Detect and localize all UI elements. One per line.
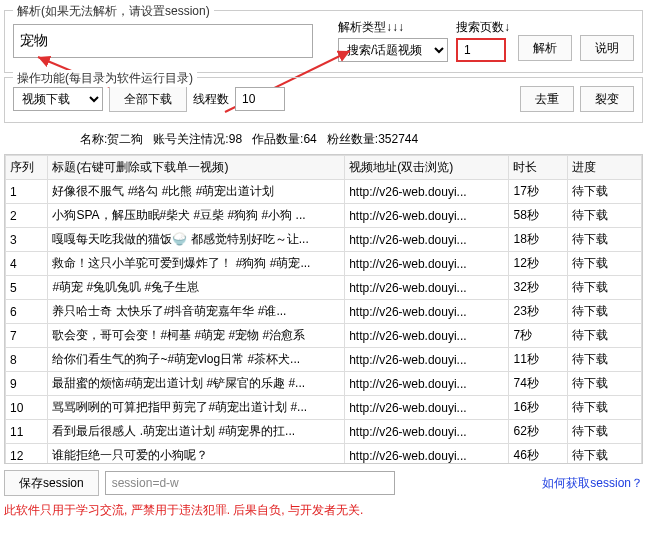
cell-prog: 待下载 bbox=[567, 420, 641, 444]
cell-dur: 7秒 bbox=[509, 324, 567, 348]
table-row[interactable]: 1好像很不服气 #络勾 #比熊 #萌宠出道计划http://v26-web.do… bbox=[6, 180, 642, 204]
cell-dur: 58秒 bbox=[509, 204, 567, 228]
cell-seq: 5 bbox=[6, 276, 48, 300]
crack-button[interactable]: 裂变 bbox=[580, 86, 634, 112]
cell-dur: 16秒 bbox=[509, 396, 567, 420]
session-input[interactable] bbox=[105, 471, 395, 495]
warning-text: 此软件只用于学习交流, 严禁用于违法犯罪. 后果自负, 与开发者无关. bbox=[4, 502, 643, 519]
cell-title: 养只哈士奇 太快乐了#抖音萌宠嘉年华 #谁... bbox=[48, 300, 345, 324]
table-row[interactable]: 4救命！这只小羊驼可爱到爆炸了！ #狗狗 #萌宠...http://v26-we… bbox=[6, 252, 642, 276]
table-row[interactable]: 7歌会变，哥可会变！#柯基 #萌宠 #宠物 #治愈系http://v26-web… bbox=[6, 324, 642, 348]
cell-url: http://v26-web.douyi... bbox=[345, 204, 509, 228]
cell-dur: 12秒 bbox=[509, 252, 567, 276]
col-url[interactable]: 视频地址(双击浏览) bbox=[345, 156, 509, 180]
cell-prog: 待下载 bbox=[567, 228, 641, 252]
download-all-button[interactable]: 全部下载 bbox=[109, 86, 187, 112]
cell-dur: 23秒 bbox=[509, 300, 567, 324]
pages-label: 搜索页数↓ bbox=[456, 19, 510, 36]
cell-dur: 74秒 bbox=[509, 372, 567, 396]
cell-prog: 待下载 bbox=[567, 372, 641, 396]
cell-dur: 11秒 bbox=[509, 348, 567, 372]
cell-url: http://v26-web.douyi... bbox=[345, 396, 509, 420]
cell-prog: 待下载 bbox=[567, 348, 641, 372]
cell-prog: 待下载 bbox=[567, 204, 641, 228]
parse-panel-title: 解析(如果无法解析，请设置session) bbox=[13, 3, 214, 20]
stats-bar: 名称:贺二狗 账号关注情况:98 作品数量:64 粉丝数量:352744 bbox=[0, 127, 647, 152]
download-select[interactable]: 视频下载 bbox=[13, 87, 103, 111]
cell-title: 最甜蜜的烦恼#萌宠出道计划 #铲屎官的乐趣 #... bbox=[48, 372, 345, 396]
cell-seq: 4 bbox=[6, 252, 48, 276]
cell-dur: 17秒 bbox=[509, 180, 567, 204]
cell-prog: 待下载 bbox=[567, 276, 641, 300]
cell-prog: 待下载 bbox=[567, 444, 641, 465]
cell-seq: 11 bbox=[6, 420, 48, 444]
cell-prog: 待下载 bbox=[567, 252, 641, 276]
table-row[interactable]: 3嘎嘎每天吃我做的猫饭🍚 都感觉特别好吃～让...http://v26-web.… bbox=[6, 228, 642, 252]
col-dur[interactable]: 时长 bbox=[509, 156, 567, 180]
cell-url: http://v26-web.douyi... bbox=[345, 276, 509, 300]
how-session-link[interactable]: 如何获取session？ bbox=[542, 475, 643, 492]
cell-title: 谁能拒绝一只可爱的小狗呢？ bbox=[48, 444, 345, 465]
save-session-button[interactable]: 保存session bbox=[4, 470, 99, 496]
cell-url: http://v26-web.douyi... bbox=[345, 420, 509, 444]
cell-seq: 8 bbox=[6, 348, 48, 372]
cell-url: http://v26-web.douyi... bbox=[345, 228, 509, 252]
cell-title: 嘎嘎每天吃我做的猫饭🍚 都感觉特别好吃～让... bbox=[48, 228, 345, 252]
cell-prog: 待下载 bbox=[567, 300, 641, 324]
cell-url: http://v26-web.douyi... bbox=[345, 444, 509, 465]
cell-title: #萌宠 #兔叽兔叽 #兔子生崽 bbox=[48, 276, 345, 300]
cell-seq: 12 bbox=[6, 444, 48, 465]
cell-url: http://v26-web.douyi... bbox=[345, 300, 509, 324]
cell-url: http://v26-web.douyi... bbox=[345, 252, 509, 276]
cell-prog: 待下载 bbox=[567, 324, 641, 348]
col-title[interactable]: 标题(右键可删除或下载单一视频) bbox=[48, 156, 345, 180]
video-table[interactable]: 序列 标题(右键可删除或下载单一视频) 视频地址(双击浏览) 时长 进度 1好像… bbox=[4, 154, 643, 464]
cell-url: http://v26-web.douyi... bbox=[345, 372, 509, 396]
parse-button[interactable]: 解析 bbox=[518, 35, 572, 61]
table-row[interactable]: 9最甜蜜的烦恼#萌宠出道计划 #铲屎官的乐趣 #...http://v26-we… bbox=[6, 372, 642, 396]
cell-seq: 3 bbox=[6, 228, 48, 252]
parse-input[interactable] bbox=[13, 24, 313, 58]
cell-seq: 9 bbox=[6, 372, 48, 396]
cell-dur: 46秒 bbox=[509, 444, 567, 465]
explain-button[interactable]: 说明 bbox=[580, 35, 634, 61]
type-label: 解析类型↓↓↓ bbox=[338, 19, 448, 36]
pages-input[interactable] bbox=[456, 38, 506, 62]
col-seq[interactable]: 序列 bbox=[6, 156, 48, 180]
cell-prog: 待下载 bbox=[567, 180, 641, 204]
cell-title: 小狗SPA，解压助眠#柴犬 #豆柴 #狗狗 #小狗 ... bbox=[48, 204, 345, 228]
table-row[interactable]: 10骂骂咧咧的可算把指甲剪完了#萌宠出道计划 #...http://v26-we… bbox=[6, 396, 642, 420]
cell-seq: 10 bbox=[6, 396, 48, 420]
threads-input[interactable] bbox=[235, 87, 285, 111]
ops-panel-title: 操作功能(每目录为软件运行目录) bbox=[13, 70, 197, 87]
cell-title: 歌会变，哥可会变！#柯基 #萌宠 #宠物 #治愈系 bbox=[48, 324, 345, 348]
cell-title: 看到最后很感人 .萌宠出道计划 #萌宠界的扛... bbox=[48, 420, 345, 444]
cell-title: 好像很不服气 #络勾 #比熊 #萌宠出道计划 bbox=[48, 180, 345, 204]
type-select[interactable]: 搜索/话题视频 bbox=[338, 38, 448, 62]
cell-seq: 2 bbox=[6, 204, 48, 228]
cell-seq: 1 bbox=[6, 180, 48, 204]
cell-url: http://v26-web.douyi... bbox=[345, 180, 509, 204]
table-row[interactable]: 6养只哈士奇 太快乐了#抖音萌宠嘉年华 #谁...http://v26-web.… bbox=[6, 300, 642, 324]
dedup-button[interactable]: 去重 bbox=[520, 86, 574, 112]
cell-dur: 32秒 bbox=[509, 276, 567, 300]
cell-dur: 62秒 bbox=[509, 420, 567, 444]
table-row[interactable]: 5#萌宠 #兔叽兔叽 #兔子生崽http://v26-web.douyi...3… bbox=[6, 276, 642, 300]
table-row[interactable]: 8给你们看生气的狗子~#萌宠vlog日常 #茶杯犬...http://v26-w… bbox=[6, 348, 642, 372]
cell-url: http://v26-web.douyi... bbox=[345, 324, 509, 348]
table-row[interactable]: 11看到最后很感人 .萌宠出道计划 #萌宠界的扛...http://v26-we… bbox=[6, 420, 642, 444]
cell-seq: 6 bbox=[6, 300, 48, 324]
cell-title: 救命！这只小羊驼可爱到爆炸了！ #狗狗 #萌宠... bbox=[48, 252, 345, 276]
table-row[interactable]: 2小狗SPA，解压助眠#柴犬 #豆柴 #狗狗 #小狗 ...http://v26… bbox=[6, 204, 642, 228]
cell-prog: 待下载 bbox=[567, 396, 641, 420]
col-prog[interactable]: 进度 bbox=[567, 156, 641, 180]
table-row[interactable]: 12谁能拒绝一只可爱的小狗呢？http://v26-web.douyi...46… bbox=[6, 444, 642, 465]
cell-url: http://v26-web.douyi... bbox=[345, 348, 509, 372]
threads-label: 线程数 bbox=[193, 91, 229, 108]
cell-title: 骂骂咧咧的可算把指甲剪完了#萌宠出道计划 #... bbox=[48, 396, 345, 420]
cell-title: 给你们看生气的狗子~#萌宠vlog日常 #茶杯犬... bbox=[48, 348, 345, 372]
cell-seq: 7 bbox=[6, 324, 48, 348]
cell-dur: 18秒 bbox=[509, 228, 567, 252]
